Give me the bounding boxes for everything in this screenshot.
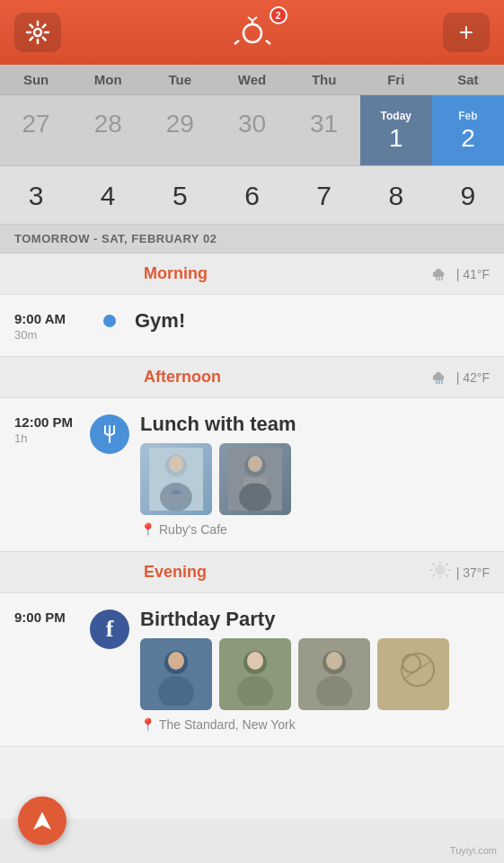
app-header: 2 +	[0, 0, 504, 65]
svg-line-4	[266, 40, 270, 44]
gym-event[interactable]: 9:00 AM 30m Gym!	[0, 295, 504, 357]
lunch-location: 📍 Ruby's Cafe	[140, 522, 490, 537]
svg-point-18	[160, 483, 192, 511]
morning-temp: | 41°F	[456, 267, 490, 281]
morning-weather-icon	[429, 262, 451, 285]
svg-point-45	[326, 652, 342, 670]
evening-temp: | 37°F	[456, 565, 490, 580]
settings-button[interactable]	[14, 13, 61, 52]
bottom-nav	[18, 796, 66, 845]
svg-line-32	[446, 564, 447, 565]
gym-time: 9:00 AM 30m	[0, 309, 90, 342]
header-center: 2	[230, 13, 275, 51]
weekday-fri: Fri	[360, 65, 432, 94]
birthday-pin-icon: 📍	[140, 717, 155, 732]
weekday-sat: Sat	[432, 65, 504, 94]
lunch-content: Lunch with team	[140, 413, 490, 537]
svg-point-0	[34, 29, 41, 36]
lunch-title: Lunch with team	[140, 413, 490, 436]
lunch-time: 12:00 PM 1h	[0, 413, 90, 445]
svg-line-3	[234, 40, 239, 44]
cal-day-28[interactable]: 28	[72, 95, 144, 165]
weekday-wed: Wed	[216, 65, 287, 94]
cal-day-2[interactable]: Feb 2	[432, 95, 504, 165]
svg-point-25	[436, 565, 445, 574]
svg-point-41	[247, 652, 263, 670]
svg-line-33	[433, 575, 435, 577]
weekday-header: Sun Mon Tue Wed Thu Fri Sat	[0, 65, 504, 95]
birthday-title: Birthday Party	[140, 608, 490, 631]
afternoon-period-row: Afternoon | 42°F	[0, 357, 504, 398]
birthday-content: Birthday Party	[140, 608, 490, 732]
gym-content: Gym!	[135, 309, 490, 340]
birthday-photo-1	[140, 638, 212, 710]
weekday-sun: Sun	[0, 65, 72, 94]
lunch-icon	[90, 414, 129, 454]
add-button[interactable]: +	[443, 13, 490, 52]
evening-period-row: Evening | 37°F	[0, 552, 504, 593]
cal-day-4[interactable]: 4	[72, 166, 144, 224]
calendar-week-2: 3 4 5 6 7 8 9	[0, 166, 504, 225]
evening-label: Evening	[144, 563, 207, 582]
cal-day-31[interactable]: 31	[288, 95, 360, 165]
svg-line-5	[248, 17, 252, 21]
svg-rect-46	[386, 643, 440, 706]
cal-day-30[interactable]: 30	[216, 95, 287, 165]
evening-weather: | 37°F	[429, 561, 490, 583]
cal-day-8[interactable]: 8	[360, 166, 432, 224]
schedule: Morning | 41°F 9:00 AM 30m Gym! Afternoo…	[0, 254, 504, 819]
lunch-event[interactable]: 12:00 PM 1h Lunch with team	[0, 398, 504, 552]
evening-weather-icon	[429, 561, 451, 583]
morning-weather: | 41°F	[429, 262, 490, 285]
morning-label: Morning	[144, 264, 208, 283]
cal-day-5[interactable]: 5	[144, 166, 216, 224]
calendar-week-1: 27 28 29 30 31 Today 1 Feb 2	[0, 95, 504, 166]
birthday-photos	[140, 638, 490, 710]
afternoon-weather: | 42°F	[429, 366, 490, 388]
lunch-photos: photo	[140, 443, 490, 515]
weekday-mon: Mon	[72, 65, 144, 94]
cal-day-27[interactable]: 27	[0, 95, 72, 165]
afternoon-temp: | 42°F	[456, 370, 490, 385]
cal-day-29[interactable]: 29	[144, 95, 216, 165]
svg-point-37	[168, 652, 184, 670]
weekday-thu: Thu	[288, 65, 360, 94]
svg-text:photo: photo	[243, 476, 266, 485]
birthday-photo-2	[219, 638, 291, 710]
birthday-photo-3	[298, 638, 370, 710]
svg-line-31	[446, 575, 447, 577]
schedule-section-header: TOMORROW - SAT, FEBRUARY 02	[0, 225, 504, 254]
svg-line-30	[433, 564, 435, 565]
svg-point-1	[243, 24, 261, 42]
birthday-time: 9:00 PM	[0, 608, 90, 627]
cal-day-3[interactable]: 3	[0, 166, 72, 224]
notification-badge: 2	[270, 6, 287, 24]
lunch-photo-1	[140, 443, 212, 515]
lunch-pin-icon: 📍	[140, 522, 155, 537]
facebook-icon: f	[90, 609, 129, 649]
afternoon-weather-icon	[429, 366, 451, 388]
birthday-event[interactable]: 9:00 PM f Birthday Party	[0, 593, 504, 747]
gym-title: Gym!	[135, 309, 490, 333]
afternoon-label: Afternoon	[144, 368, 221, 387]
cal-day-7[interactable]: 7	[288, 166, 360, 224]
svg-line-6	[252, 17, 257, 21]
svg-point-22	[239, 483, 271, 511]
svg-point-19	[169, 456, 183, 472]
watermark: Tuyiyi.com	[450, 845, 497, 856]
nav-direction-button[interactable]	[18, 796, 66, 845]
gym-icon	[103, 315, 116, 327]
weekday-tue: Tue	[144, 65, 216, 94]
cal-day-6[interactable]: 6	[216, 166, 287, 224]
birthday-photo-4	[377, 638, 449, 710]
cal-day-9[interactable]: 9	[432, 166, 504, 224]
morning-period-row: Morning | 41°F	[0, 254, 504, 295]
cal-day-today[interactable]: Today 1	[360, 95, 432, 165]
svg-point-23	[248, 456, 262, 472]
lunch-photo-2: photo	[219, 443, 291, 515]
birthday-location: 📍 The Standard, New York	[140, 717, 490, 732]
